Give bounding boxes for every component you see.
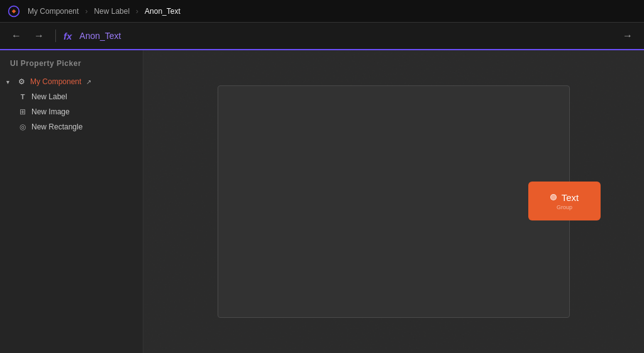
rectangle-icon: ◎ [18,122,28,131]
canvas-element[interactable]: Text Group [528,182,601,220]
canvas-element-text: Text [562,192,579,203]
tree-toggle-icon: ▾ [6,79,13,85]
canvas-element-dot [550,194,557,200]
breadcrumb-sep-1: › [85,7,87,16]
tree-item-new-label[interactable]: T New Label [0,89,143,104]
breadcrumb-anon-text[interactable]: Anon_Text [145,7,180,16]
sidebar-title: UI Property Picker [0,50,143,74]
toolbar: ← → fx Anon_Text → [0,23,644,50]
image-icon: ⊞ [18,107,28,116]
tree-item-new-image[interactable]: ⊞ New Image [0,104,143,119]
top-bar: My Component › New Label › Anon_Text [0,0,644,23]
breadcrumb-new-label[interactable]: New Label [94,7,130,16]
text-icon: T [18,93,28,100]
canvas: Text Group [218,85,570,318]
canvas-element-inner: Text [550,192,579,203]
formula-value[interactable]: Anon_Text [79,31,614,41]
tree-label-new-rectangle: New Rectangle [31,122,82,131]
cursor-indicator: ↗ [86,79,91,85]
forward-button[interactable]: → [30,27,48,45]
canvas-area: Text Group [143,50,644,353]
breadcrumb-sep-2: › [136,7,138,16]
tree-label-new-label: New Label [31,92,67,101]
main-area: UI Property Picker ▾ ⚙ My Component ↗ T … [0,50,644,353]
toolbar-back-button[interactable]: → [619,27,636,45]
app-logo-icon [8,5,20,18]
canvas-element-subtext: Group [557,204,572,210]
component-icon: ⚙ [16,77,26,86]
tree-item-new-rectangle[interactable]: ◎ New Rectangle [0,119,143,134]
fx-icon: fx [64,31,72,41]
toolbar-divider [55,30,56,42]
breadcrumb-my-component[interactable]: My Component [28,7,79,16]
tree-root-label: My Component [30,77,81,86]
sidebar: UI Property Picker ▾ ⚙ My Component ↗ T … [0,50,143,353]
tree-item-root[interactable]: ▾ ⚙ My Component ↗ [0,74,143,89]
tree-label-new-image: New Image [31,107,70,116]
back-button[interactable]: ← [8,27,25,45]
